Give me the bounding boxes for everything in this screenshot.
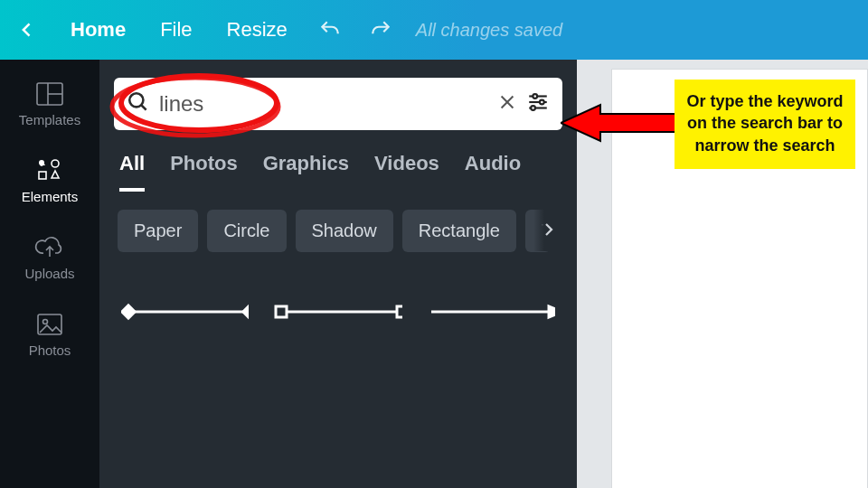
top-bar: Home File Resize All changes saved <box>0 0 868 60</box>
redo-icon <box>369 18 392 42</box>
svg-point-3 <box>52 160 59 167</box>
uploads-icon <box>34 235 65 260</box>
tab-graphics[interactable]: Graphics <box>263 152 349 192</box>
svg-rect-4 <box>39 172 46 179</box>
tab-photos[interactable]: Photos <box>170 152 238 192</box>
svg-rect-25 <box>397 306 401 317</box>
rail-photos-label: Photos <box>29 343 71 358</box>
redo-button[interactable] <box>360 0 401 60</box>
svg-rect-24 <box>276 306 287 317</box>
sliders-icon <box>526 90 550 114</box>
rail-elements-label: Elements <box>22 189 79 204</box>
elements-icon <box>34 158 65 183</box>
rail-uploads-label: Uploads <box>24 266 74 281</box>
rail-uploads[interactable]: Uploads <box>0 221 99 294</box>
svg-rect-22 <box>243 305 249 318</box>
chip-shadow[interactable]: Shadow <box>296 210 393 252</box>
svg-rect-21 <box>122 305 135 318</box>
back-button[interactable] <box>5 0 49 60</box>
svg-line-9 <box>141 105 146 109</box>
elements-panel: All Photos Graphics Videos Audio Paper C… <box>99 60 577 488</box>
line-element-diamond[interactable] <box>121 303 249 321</box>
resize-menu[interactable]: Resize <box>214 0 300 60</box>
annotation-arrow <box>561 103 676 143</box>
suggestion-chips: Paper Circle Shadow Rectangle Ta <box>114 192 562 252</box>
annotation-note: Or type the keyword on the search bar to… <box>675 80 855 169</box>
undo-button[interactable] <box>309 0 351 60</box>
left-rail: Templates Elements Uploads Photos <box>0 60 99 488</box>
tab-videos[interactable]: Videos <box>374 152 439 192</box>
rail-photos[interactable]: Photos <box>0 297 99 371</box>
tab-all[interactable]: All <box>119 152 145 192</box>
rail-templates-label: Templates <box>19 112 80 127</box>
chip-circle[interactable]: Circle <box>207 210 286 252</box>
home-button[interactable]: Home <box>58 0 138 60</box>
svg-point-15 <box>540 100 544 105</box>
photos-icon <box>34 312 65 337</box>
search-results <box>114 252 562 321</box>
search-filters-button[interactable] <box>526 90 550 117</box>
chips-scroll-right[interactable] <box>533 208 564 251</box>
line-element-arrow[interactable] <box>428 303 555 321</box>
svg-point-17 <box>531 106 535 110</box>
search-wrap <box>114 78 562 130</box>
svg-marker-27 <box>549 306 555 317</box>
chip-paper[interactable]: Paper <box>118 210 198 252</box>
tab-audio[interactable]: Audio <box>465 152 521 192</box>
result-tabs: All Photos Graphics Videos Audio <box>114 130 562 192</box>
rail-elements[interactable]: Elements <box>0 144 99 217</box>
svg-marker-28 <box>561 105 676 141</box>
search-bar <box>114 78 562 130</box>
templates-icon <box>34 81 65 107</box>
rail-templates[interactable]: Templates <box>0 67 99 140</box>
search-input[interactable] <box>159 91 488 117</box>
svg-point-13 <box>533 94 537 99</box>
svg-point-7 <box>43 320 48 324</box>
chip-rectangle[interactable]: Rectangle <box>402 210 516 252</box>
save-status: All changes saved <box>416 20 562 41</box>
file-menu[interactable]: File <box>147 0 204 60</box>
search-icon <box>127 90 150 117</box>
line-element-square[interactable] <box>274 303 401 321</box>
close-icon <box>497 92 517 112</box>
clear-search-button[interactable] <box>497 92 517 116</box>
chevron-right-icon <box>541 221 557 238</box>
svg-point-8 <box>129 93 143 107</box>
chevron-left-icon <box>18 21 36 39</box>
undo-icon <box>318 18 342 42</box>
svg-marker-5 <box>52 171 59 178</box>
